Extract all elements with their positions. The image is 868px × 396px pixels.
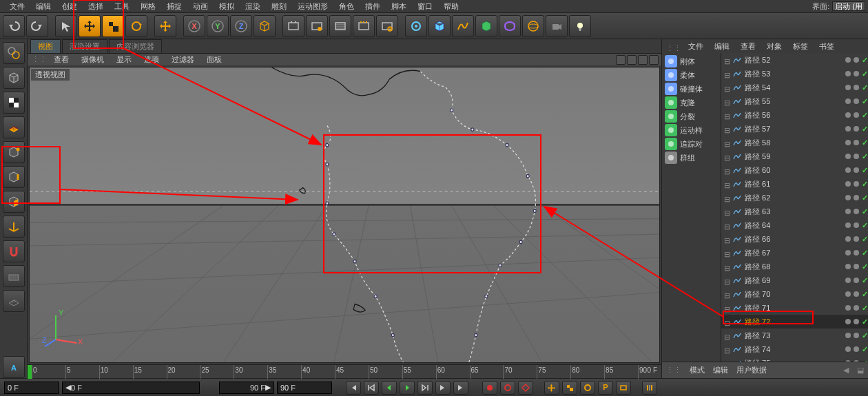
tag-item[interactable]: 刚体 bbox=[662, 54, 721, 68]
snap-settings-button[interactable] bbox=[3, 265, 25, 287]
keyframe-sel-button[interactable] bbox=[518, 381, 533, 395]
visibility-editor-dot[interactable] bbox=[845, 250, 851, 256]
visibility-editor-dot[interactable] bbox=[845, 222, 851, 228]
deformer-button[interactable] bbox=[499, 15, 521, 37]
viewmenu-item[interactable]: 选项 bbox=[138, 54, 165, 65]
visibility-editor-dot[interactable] bbox=[845, 140, 851, 145]
tree-expander-icon[interactable]: ⊟ bbox=[724, 346, 730, 352]
view-nav-icon[interactable] bbox=[638, 55, 648, 65]
object-row[interactable]: ⊟路径 64✓ bbox=[721, 218, 868, 232]
tree-expander-icon[interactable]: ⊟ bbox=[724, 154, 730, 159]
undo-button[interactable] bbox=[3, 15, 25, 37]
menu-item[interactable]: 动画 bbox=[187, 0, 214, 13]
enable-checkmark-icon[interactable]: ✓ bbox=[862, 83, 868, 92]
render-queue-button[interactable] bbox=[376, 15, 398, 37]
tag-item[interactable]: 追踪对 bbox=[662, 137, 721, 151]
enable-checkmark-icon[interactable]: ✓ bbox=[862, 97, 868, 106]
axis-y-button[interactable]: Y bbox=[207, 15, 229, 37]
scale-tool-button[interactable] bbox=[102, 15, 124, 37]
tab-render-settings[interactable]: 渲染设置 bbox=[62, 39, 107, 53]
enable-checkmark-icon[interactable]: ✓ bbox=[862, 262, 868, 271]
object-row[interactable]: ⊟路径 66✓ bbox=[721, 232, 868, 246]
object-row[interactable]: ⊟路径 70✓ bbox=[721, 287, 868, 301]
enable-checkmark-icon[interactable]: ✓ bbox=[862, 138, 868, 147]
om-menu-item[interactable]: 书签 bbox=[815, 40, 838, 53]
om-menu-item[interactable]: 文件 bbox=[684, 40, 707, 53]
viewmenu-item[interactable]: 过滤器 bbox=[166, 54, 200, 65]
render-view-button[interactable] bbox=[282, 15, 304, 37]
prev-frame-button[interactable] bbox=[382, 381, 397, 395]
object-row[interactable]: ⊟路径 58✓ bbox=[721, 136, 868, 149]
menu-item[interactable]: 渲染 bbox=[240, 0, 266, 13]
object-row[interactable]: ⊟路径 61✓ bbox=[721, 177, 868, 191]
om-menu-item[interactable]: 标签 bbox=[789, 40, 812, 53]
om-menu-item[interactable]: 对象 bbox=[763, 40, 786, 53]
key-scale-button[interactable] bbox=[562, 381, 577, 395]
goto-start-button[interactable] bbox=[346, 381, 361, 395]
annotation-tool-button[interactable]: A bbox=[3, 356, 25, 378]
visibility-editor-dot[interactable] bbox=[845, 98, 851, 104]
object-row[interactable]: ⊟路径 73✓ bbox=[721, 329, 868, 342]
om-menu-item[interactable]: 查看 bbox=[736, 40, 760, 53]
rotate-tool-button[interactable] bbox=[125, 15, 147, 37]
attr-tab[interactable]: 编辑 bbox=[713, 365, 728, 375]
visibility-render-dot[interactable] bbox=[854, 333, 859, 338]
next-frame-button[interactable] bbox=[417, 381, 433, 395]
object-row[interactable]: ⊟路径 54✓ bbox=[721, 81, 868, 94]
menu-item[interactable]: 插件 bbox=[360, 0, 386, 13]
object-row[interactable]: ⊟路径 52✓ bbox=[721, 53, 868, 67]
key-rot-button[interactable] bbox=[580, 381, 595, 395]
key-pos-button[interactable] bbox=[544, 381, 559, 395]
tree-expander-icon[interactable]: ⊟ bbox=[724, 333, 730, 338]
axis-mode-button[interactable] bbox=[3, 216, 25, 238]
tree-expander-icon[interactable]: ⊟ bbox=[724, 278, 730, 283]
enable-checkmark-icon[interactable]: ✓ bbox=[862, 290, 868, 299]
edge-mode-button[interactable] bbox=[3, 166, 25, 188]
menu-item[interactable]: 帮助 bbox=[438, 0, 464, 13]
tree-expander-icon[interactable]: ⊟ bbox=[724, 98, 730, 104]
enable-checkmark-icon[interactable]: ✓ bbox=[862, 152, 868, 161]
visibility-editor-dot[interactable] bbox=[845, 209, 851, 214]
enable-checkmark-icon[interactable]: ✓ bbox=[862, 317, 868, 326]
axis-z-button[interactable]: Z bbox=[230, 15, 252, 37]
frame-current-input[interactable]: ◀ 0 F bbox=[62, 382, 200, 394]
viewmenu-item[interactable]: 面板 bbox=[201, 54, 227, 65]
enable-checkmark-icon[interactable]: ✓ bbox=[862, 194, 868, 202]
visibility-render-dot[interactable] bbox=[854, 195, 859, 200]
menu-item[interactable]: 脚本 bbox=[386, 0, 412, 13]
tree-expander-icon[interactable]: ⊟ bbox=[724, 236, 730, 242]
tag-item[interactable]: 柔体 bbox=[662, 68, 721, 82]
visibility-render-dot[interactable] bbox=[854, 154, 859, 159]
timeline-options-button[interactable] bbox=[642, 381, 657, 395]
workplane-snap-button[interactable] bbox=[3, 290, 25, 312]
autokey-button[interactable] bbox=[500, 381, 515, 395]
null-object-button[interactable] bbox=[405, 15, 427, 37]
menu-item[interactable]: 角色 bbox=[333, 0, 360, 13]
workplane-button[interactable] bbox=[3, 116, 25, 138]
enable-checkmark-icon[interactable]: ✓ bbox=[862, 304, 868, 313]
attr-tab[interactable]: 用户数据 bbox=[736, 365, 767, 375]
menu-item[interactable]: 运动图形 bbox=[292, 0, 333, 13]
enable-checkmark-icon[interactable]: ✓ bbox=[862, 249, 868, 258]
enable-checkmark-icon[interactable]: ✓ bbox=[862, 221, 868, 230]
visibility-editor-dot[interactable] bbox=[845, 346, 851, 352]
viewmenu-item[interactable]: 显示 bbox=[111, 54, 137, 65]
key-param-button[interactable]: P bbox=[598, 381, 613, 395]
frame-start-input[interactable]: 0 F bbox=[4, 382, 59, 394]
visibility-render-dot[interactable] bbox=[854, 57, 859, 63]
frame-end-input[interactable]: 90 F ▶ bbox=[219, 382, 274, 394]
object-row[interactable]: ⊟路径 57✓ bbox=[721, 122, 868, 136]
generator-button[interactable] bbox=[475, 15, 497, 37]
tree-expander-icon[interactable]: ⊟ bbox=[724, 209, 730, 214]
goto-end-button[interactable] bbox=[453, 381, 468, 395]
visibility-editor-dot[interactable] bbox=[845, 85, 851, 90]
point-mode-button[interactable] bbox=[3, 141, 25, 163]
enable-checkmark-icon[interactable]: ✓ bbox=[862, 345, 868, 354]
object-row[interactable]: ⊟路径 68✓ bbox=[721, 260, 868, 273]
tree-expander-icon[interactable]: ⊟ bbox=[724, 126, 730, 132]
object-row[interactable]: ⊟路径 60✓ bbox=[721, 163, 868, 177]
make-editable-button[interactable] bbox=[3, 42, 25, 64]
visibility-editor-dot[interactable] bbox=[845, 154, 851, 159]
visibility-render-dot[interactable] bbox=[854, 126, 859, 132]
tree-expander-icon[interactable]: ⊟ bbox=[724, 319, 730, 324]
